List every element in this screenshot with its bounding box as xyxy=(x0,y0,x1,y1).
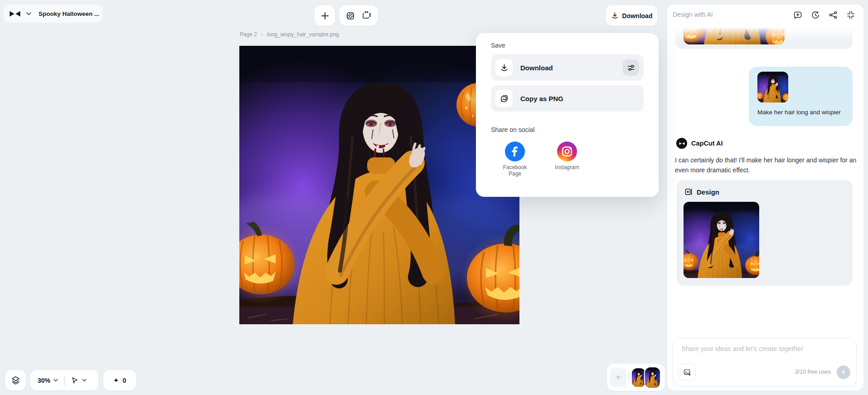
instagram-share-button[interactable]: Instagram xyxy=(557,141,577,171)
facebook-share-button[interactable]: Facebook Page xyxy=(505,141,525,177)
panel-title: Design with AI xyxy=(673,11,713,18)
user-message-thumbnail[interactable] xyxy=(757,72,788,102)
save-popup: Save Download Copy as PNG Share on socia… xyxy=(476,33,659,197)
design-result-image[interactable] xyxy=(684,202,759,278)
facebook-icon xyxy=(505,141,525,161)
facebook-share-label: Facebook Page xyxy=(503,164,527,177)
capcut-ai-avatar xyxy=(676,138,687,149)
download-button-label: Download xyxy=(622,12,653,20)
copy-as-png-label: Copy as PNG xyxy=(520,95,563,102)
separator: - xyxy=(261,31,263,38)
download-button[interactable]: Download xyxy=(606,5,657,26)
message-input[interactable]: Share your ideas and let's create togeth… xyxy=(681,345,803,352)
copy-as-png-row[interactable]: Copy as PNG xyxy=(491,85,644,112)
design-icon xyxy=(684,188,693,196)
copy-image-icon xyxy=(495,90,513,107)
file-name-label: long_wispy_hair_vampire.png xyxy=(267,31,339,38)
add-element-button[interactable] xyxy=(315,5,335,26)
assistant-name: CapCut AI xyxy=(691,140,723,147)
chevron-down-icon xyxy=(82,379,87,382)
layers-icon xyxy=(11,375,20,385)
credits-badge[interactable]: ✦ 0 xyxy=(103,370,136,390)
credits-count: 0 xyxy=(122,377,126,384)
layers-button[interactable] xyxy=(5,370,26,390)
user-message-bubble: Make her hair long and wispier xyxy=(749,67,853,126)
plus-icon xyxy=(320,11,330,20)
cursor-icon xyxy=(71,376,78,384)
save-popup-title: Save xyxy=(491,42,505,49)
resize-icon[interactable] xyxy=(362,11,371,20)
share-section-title: Share on social xyxy=(491,126,535,133)
plus-icon: + xyxy=(616,372,621,383)
page-thumbnail-2[interactable] xyxy=(645,367,660,388)
document-title: Spooky Halloween ... xyxy=(39,10,99,17)
collapse-icon[interactable] xyxy=(846,10,855,20)
send-button[interactable] xyxy=(837,366,850,379)
add-page-button[interactable]: + xyxy=(610,368,626,387)
usage-label: 3/10 free uses xyxy=(795,369,831,375)
document-menu[interactable]: Spooky Halloween ... xyxy=(4,5,102,23)
user-message-text: Make her hair long and wispier xyxy=(757,109,848,116)
design-card-title: Design xyxy=(697,188,719,196)
chevron-down-icon[interactable] xyxy=(26,12,31,15)
download-icon xyxy=(495,59,513,76)
chat-input-card: Share your ideas and let's create togeth… xyxy=(673,338,857,386)
assistant-message: I can certainly do that! I'll make her h… xyxy=(675,156,858,175)
cursor-mode-dropdown[interactable] xyxy=(71,376,87,384)
share-icon[interactable] xyxy=(829,10,838,20)
page-breadcrumb: Page 2 - long_wispy_hair_vampire.png xyxy=(240,31,339,38)
page-number-label: Page 2 xyxy=(240,31,257,38)
scroll-fade xyxy=(667,27,863,43)
background-fill-icon[interactable] xyxy=(346,11,355,20)
zoom-dropdown[interactable]: 30% xyxy=(38,377,58,384)
arrow-up-icon xyxy=(840,369,847,375)
page-navigator: + xyxy=(607,364,665,391)
history-icon[interactable] xyxy=(811,10,820,20)
ai-panel: Design with AI xyxy=(667,5,863,390)
add-image-button[interactable] xyxy=(679,364,696,380)
capcut-logo-icon xyxy=(9,10,21,18)
instagram-icon xyxy=(557,141,577,161)
sparkle-icon: ✦ xyxy=(113,377,119,384)
instagram-share-label: Instagram xyxy=(553,164,582,171)
new-chat-icon[interactable] xyxy=(793,10,802,20)
download-settings-button[interactable] xyxy=(623,59,639,76)
page-thumbnail-1[interactable] xyxy=(632,368,645,387)
chevron-down-icon xyxy=(53,379,58,382)
download-option-row[interactable]: Download xyxy=(491,54,644,81)
download-option-label: Download xyxy=(520,64,553,72)
divider xyxy=(629,371,630,383)
download-icon xyxy=(611,12,619,20)
zoom-level: 30% xyxy=(38,377,50,384)
design-card: Design xyxy=(677,180,853,286)
divider xyxy=(64,375,65,385)
